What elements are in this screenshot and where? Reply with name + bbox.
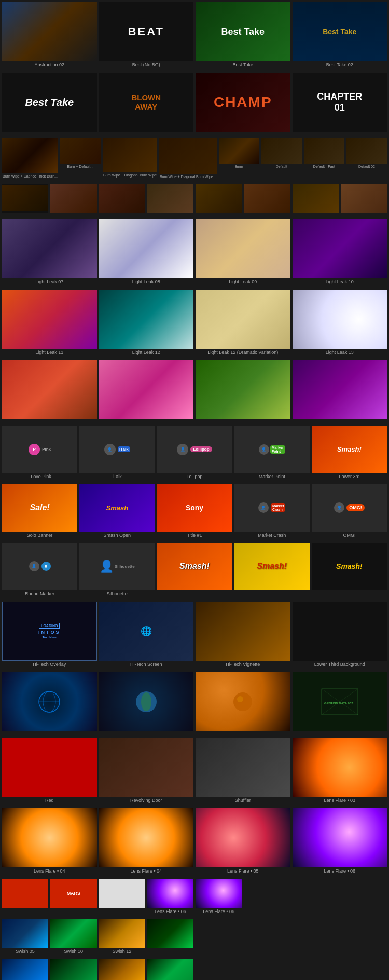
item-red[interactable]: Red (2, 738, 97, 804)
item-film3[interactable] (99, 184, 145, 215)
label-leak7: Light Leak 07 (2, 278, 97, 285)
thumb-empty2 (293, 879, 339, 908)
label-hitech-vignette: Hi-Tech Vignette (196, 661, 290, 668)
item-lensflare05[interactable]: Lens Flare • 05 (196, 808, 290, 875)
item-leak8[interactable]: Light Leak 08 (99, 219, 194, 285)
item-burnwipe2[interactable]: Burn + Default... (60, 138, 101, 180)
item-smash1[interactable]: Smash! Lower 3rd (312, 426, 387, 480)
item-italk[interactable]: 👤 iTalk iTalk (79, 426, 155, 480)
item-smash-yellow[interactable]: Smash! (312, 543, 387, 597)
item-leak12b[interactable]: Light Leak 12 (Dramatic Variation) (196, 290, 290, 356)
item-8mm[interactable]: 8mm (219, 138, 259, 180)
item-swish15[interactable] (50, 959, 96, 980)
item-swish16[interactable] (99, 959, 145, 980)
item-film4[interactable] (147, 184, 193, 215)
item-smashopen[interactable]: Smash Smash Open (79, 484, 155, 539)
item-smash-big2[interactable]: Smash! (234, 543, 310, 597)
label-lower3dbg: Lower Third Background (293, 661, 387, 668)
item-omg[interactable]: 👤 OMG! OMG! (312, 484, 387, 539)
item-film6[interactable] (244, 184, 290, 215)
label-smash-yellow (312, 590, 387, 592)
item-besttake02[interactable]: Best Take Best Take 02 (293, 2, 387, 69)
item-leakpurple2[interactable] (293, 360, 387, 421)
item-earth[interactable] (99, 672, 194, 733)
label-red: Red (2, 797, 97, 804)
item-burnwipe1[interactable]: Burn Wipe + Caprice Thick Burn... (2, 138, 58, 180)
item-lensflare06a[interactable]: Lens Flare • 06 (293, 808, 387, 875)
item-mars[interactable]: MARS (50, 879, 96, 915)
item-lollipop[interactable]: 👤 Lollipop Lollipop (157, 426, 232, 480)
thumb-lower3dbg (293, 602, 387, 661)
item-lensflare06c[interactable]: Lens Flare • 06 (196, 879, 242, 915)
item-burnwipe4[interactable]: Burn Wipe + Diagonal Burn Wipe... (159, 138, 217, 180)
item-defaultfast[interactable]: Default - Fast (304, 138, 344, 180)
thumb-lensflare04b (99, 808, 194, 867)
item-planet[interactable] (196, 672, 290, 733)
item-swish10[interactable]: Swish 10 (50, 919, 96, 956)
item-leak12[interactable]: Light Leak 12 (99, 290, 194, 356)
item-swish12[interactable]: Swish 12 (99, 919, 145, 956)
item-salesman[interactable] (2, 879, 48, 915)
item-film7[interactable] (293, 184, 339, 215)
item-globe[interactable] (2, 672, 97, 733)
item-hitech-overlay[interactable]: LOADING INTOS Text Here Hi-Tech Overlay (2, 602, 97, 668)
item-lensflare06b[interactable]: Lens Flare • 06 (147, 879, 193, 915)
item-marketcrash[interactable]: 👤 MarketCrash Market Crash (234, 484, 310, 539)
label-leak11: Light Leak 11 (2, 349, 97, 356)
row-1: Abstraction 02 BEAT Beat (No BG) Best Ta… (0, 0, 389, 71)
item-italk-pink[interactable]: P Pink I Love Pink (2, 426, 77, 480)
item-film2[interactable] (50, 184, 96, 215)
item-hitech-vignette[interactable]: Hi-Tech Vignette (196, 602, 290, 668)
item-swish17[interactable] (147, 959, 193, 980)
item-lower3dbg[interactable]: Lower Third Background (293, 602, 387, 668)
item-sale[interactable]: Sale! Solo Banner (2, 484, 77, 539)
item-abstraction02[interactable]: Abstraction 02 (2, 2, 97, 69)
item-champ[interactable]: CHAMP (196, 73, 290, 134)
row-6: Light Leak 11 Light Leak 12 Light Leak 1… (0, 288, 389, 358)
thumb-lensflare04a (2, 808, 97, 867)
item-lensflare04b[interactable]: Lens Flare • 04 (99, 808, 194, 875)
item-swish14[interactable] (2, 959, 48, 980)
item-leakpink[interactable] (99, 360, 194, 421)
item-leakred[interactable] (2, 360, 97, 421)
item-swish05[interactable]: Swish 05 (2, 919, 48, 956)
item-leakgreen[interactable] (196, 360, 290, 421)
item-wireframe[interactable]: GROUND DATA 002 (293, 672, 387, 733)
item-leak9[interactable]: Light Leak 09 (196, 219, 290, 285)
item-shuffler[interactable]: Shuffler (196, 738, 290, 804)
item-besttake[interactable]: Best Take Best Take (196, 2, 290, 69)
item-white-card[interactable] (99, 879, 145, 915)
item-swish13[interactable] (147, 919, 193, 956)
svg-point-6 (237, 696, 243, 702)
item-revolving[interactable]: Revolving Door (99, 738, 194, 804)
item-leak13[interactable]: Light Leak 13 (293, 290, 387, 356)
label-film2 (50, 213, 96, 215)
label-roundmarker: Round Marker (2, 590, 77, 597)
item-leak7[interactable]: Light Leak 07 (2, 219, 97, 285)
label-leak9: Light Leak 09 (196, 278, 290, 285)
item-film1[interactable] (2, 184, 48, 215)
item-silhouette[interactable]: 👤 Silhouette Silhouette (79, 543, 155, 597)
thumb-shuffler (196, 738, 290, 797)
item-hitech-screen[interactable]: 🌐 Hi-Tech Screen (99, 602, 194, 668)
item-roundmarker[interactable]: 👤 R Round Marker (2, 543, 77, 597)
item-default[interactable]: Default (261, 138, 302, 180)
item-default02[interactable]: Default 02 (346, 138, 387, 180)
item-besttake3[interactable]: Best Take (2, 73, 97, 134)
item-title1[interactable]: Sony Title #1 (157, 484, 232, 539)
item-burnwipe3[interactable]: Burn Wipe + Diagonal Burn Wipe (103, 138, 157, 180)
thumb-smash-big2: Smash! (234, 543, 310, 590)
item-markerpoint[interactable]: 👤 MarkerPoint Marker Point (234, 426, 310, 480)
item-chapter01[interactable]: CHAPTER01 (293, 73, 387, 134)
item-film8[interactable] (341, 184, 387, 215)
item-leak10[interactable]: Light Leak 10 (293, 219, 387, 285)
thumb-champ: CHAMP (196, 73, 290, 132)
item-lensflare04a[interactable]: Lens Flare • 04 (2, 808, 97, 875)
item-leak11[interactable]: Light Leak 11 (2, 290, 97, 356)
item-smash-big[interactable]: Smash! (157, 543, 232, 597)
item-beat[interactable]: BEAT Beat (No BG) (99, 2, 194, 69)
thumb-burnwipe3 (103, 138, 157, 172)
item-lensflare3[interactable]: Lens Flare • 03 (293, 738, 387, 804)
item-blownaway[interactable]: BLOWNAWAY (99, 73, 194, 134)
item-film5[interactable] (196, 184, 242, 215)
